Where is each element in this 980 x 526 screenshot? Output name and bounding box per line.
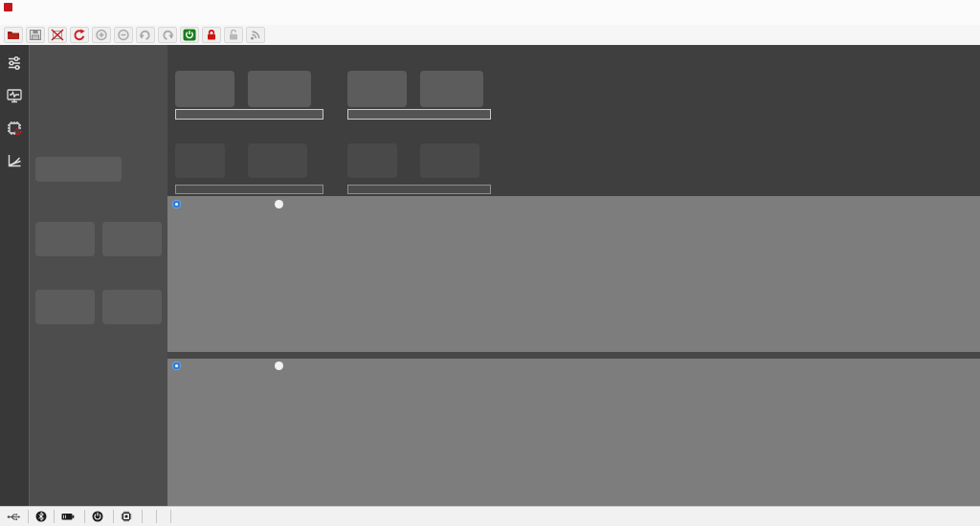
menubar bbox=[0, 13, 980, 25]
fuel-rail-pressure-chart bbox=[167, 212, 980, 352]
status-usb bbox=[0, 510, 29, 523]
cpu-temp-value bbox=[35, 290, 95, 324]
minus-circle-icon bbox=[117, 29, 130, 41]
power-icon bbox=[183, 29, 196, 41]
chart-separator bbox=[167, 352, 980, 359]
disconnect-button[interactable] bbox=[48, 27, 67, 43]
plus-circle-icon bbox=[95, 29, 108, 41]
status-vehicle bbox=[143, 510, 157, 523]
sidebar-item-monitor[interactable] bbox=[0, 81, 29, 110]
remove-button[interactable] bbox=[114, 27, 133, 43]
bluetooth-icon bbox=[35, 511, 47, 522]
redo-button[interactable] bbox=[158, 27, 177, 43]
sidebar-item-maps[interactable] bbox=[0, 146, 29, 175]
turbo-mod-value bbox=[420, 71, 483, 107]
fuel-in-value bbox=[175, 71, 234, 107]
turbo-pressure-chart bbox=[167, 372, 980, 506]
rpm-gauge-svg bbox=[30, 53, 168, 171]
turbo-mod2-value bbox=[420, 143, 479, 178]
undo-arrow-icon bbox=[139, 29, 152, 41]
turbo-in2-value bbox=[347, 143, 397, 178]
redo-arrow-icon bbox=[161, 29, 174, 41]
save-icon bbox=[29, 29, 42, 41]
add-button[interactable] bbox=[92, 27, 111, 43]
undo-button[interactable] bbox=[136, 27, 155, 43]
5v-value bbox=[102, 222, 162, 256]
refresh-button[interactable] bbox=[70, 27, 89, 43]
toolbar bbox=[0, 25, 980, 45]
status-firmware bbox=[114, 510, 143, 523]
statusbar bbox=[0, 506, 980, 526]
channel-panels bbox=[167, 45, 980, 196]
fuel-status-bar-disabled bbox=[175, 185, 323, 194]
sidebar-item-tuning[interactable] bbox=[0, 49, 29, 77]
lock-closed-icon bbox=[205, 29, 218, 41]
turbo-in-value bbox=[347, 71, 407, 107]
refresh-icon bbox=[73, 29, 86, 41]
turbo-chart-radio[interactable] bbox=[172, 362, 181, 370]
monitor-waveform-icon bbox=[6, 87, 23, 104]
sidebar-icon-strip bbox=[0, 45, 29, 506]
chip-gear-icon bbox=[6, 120, 23, 137]
usb-icon bbox=[7, 512, 21, 522]
turbo-chart-off-radio[interactable] bbox=[275, 362, 283, 370]
app-logo-icon bbox=[4, 3, 12, 11]
sliders-icon bbox=[6, 55, 23, 72]
fuel-in2-value bbox=[175, 143, 225, 178]
status-device bbox=[85, 510, 114, 523]
sensor-panel bbox=[29, 45, 167, 506]
fuel-chart-off-radio[interactable] bbox=[275, 200, 283, 208]
delete-cross-icon bbox=[51, 29, 64, 41]
sidebar-item-firmware[interactable] bbox=[0, 114, 29, 142]
curves-icon bbox=[6, 152, 23, 169]
lock-button[interactable] bbox=[202, 27, 221, 43]
battery-value bbox=[35, 222, 95, 256]
power-status-icon bbox=[92, 511, 103, 522]
lock-open-icon bbox=[227, 29, 240, 41]
turbo-status-bar bbox=[347, 109, 491, 120]
status-serial bbox=[157, 510, 171, 523]
fuel-chart-radio[interactable] bbox=[172, 200, 181, 208]
power-on-button[interactable] bbox=[180, 27, 199, 43]
fuel-status-bar bbox=[175, 109, 323, 120]
broadcast-button[interactable] bbox=[246, 27, 265, 43]
titlebar bbox=[0, 0, 980, 13]
unlock-button[interactable] bbox=[224, 27, 243, 43]
turbo-status-bar-disabled bbox=[347, 185, 491, 194]
chart-zone bbox=[167, 196, 980, 506]
rss-signal-icon bbox=[249, 29, 262, 41]
status-battery bbox=[55, 510, 85, 523]
open-file-button[interactable] bbox=[4, 27, 23, 43]
rpm-value-display bbox=[35, 157, 122, 182]
fuel-mod2-value bbox=[248, 143, 307, 178]
mainboard-temp-value bbox=[102, 290, 162, 324]
status-bluetooth bbox=[29, 510, 55, 523]
fuel-mod-value bbox=[248, 71, 311, 107]
open-folder-icon bbox=[7, 29, 20, 41]
battery-icon bbox=[61, 512, 75, 521]
save-button[interactable] bbox=[26, 27, 45, 43]
chip-status-icon bbox=[121, 511, 132, 522]
